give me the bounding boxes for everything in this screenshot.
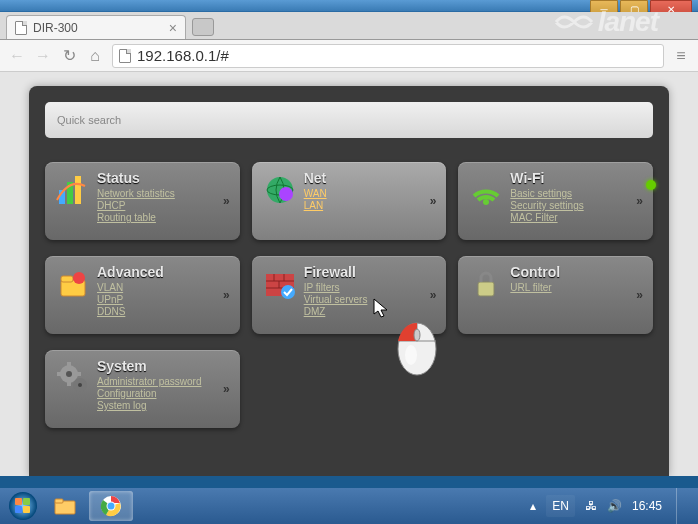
card-link[interactable]: IP filters: [304, 282, 439, 293]
router-panel: Quick search StatusNetwork statisticsDHC…: [29, 86, 669, 476]
tray-clock[interactable]: 16:45: [632, 499, 662, 513]
home-button[interactable]: ⌂: [86, 47, 104, 65]
tab-close-icon[interactable]: ×: [169, 20, 177, 36]
status-indicator: [646, 180, 656, 190]
svg-point-19: [66, 371, 72, 377]
card-net[interactable]: NetWANLAN»: [252, 162, 447, 240]
card-advanced[interactable]: AdvancedVLANUPnPDDNS»: [45, 256, 240, 334]
advanced-icon: [53, 264, 93, 304]
taskbar: ▴ EN 🖧 🔊 16:45: [0, 488, 698, 524]
svg-rect-20: [67, 362, 71, 367]
system-icon: [53, 358, 93, 398]
card-link[interactable]: DHCP: [97, 200, 232, 211]
svg-rect-33: [23, 506, 30, 513]
chevron-right-icon: »: [223, 382, 230, 396]
quick-search-input[interactable]: Quick search: [45, 102, 653, 138]
chevron-right-icon: »: [223, 194, 230, 208]
show-desktop-button[interactable]: [676, 488, 686, 524]
card-title: Status: [97, 170, 232, 186]
browser-tabbar: DIR-300 × lanet: [0, 12, 698, 40]
svg-point-39: [108, 503, 115, 510]
chevron-right-icon: »: [223, 288, 230, 302]
card-link[interactable]: WAN: [304, 188, 439, 199]
status-icon: [53, 170, 93, 210]
tray-flag-icon[interactable]: ▴: [530, 499, 536, 513]
card-wi-fi[interactable]: Wi-FiBasic settingsSecurity settingsMAC …: [458, 162, 653, 240]
svg-rect-23: [76, 372, 81, 376]
card-title: Net: [304, 170, 439, 186]
svg-point-9: [73, 272, 85, 284]
svg-rect-31: [23, 498, 30, 505]
card-link[interactable]: Security settings: [510, 200, 645, 211]
browser-toolbar: ← → ↻ ⌂ 192.168.0.1/# ≡: [0, 40, 698, 72]
url-bar[interactable]: 192.168.0.1/#: [112, 44, 664, 68]
tray-volume-icon[interactable]: 🔊: [607, 499, 622, 513]
card-link[interactable]: DMZ: [304, 306, 439, 317]
chevron-right-icon: »: [636, 288, 643, 302]
card-link[interactable]: DDNS: [97, 306, 232, 317]
page-icon: [119, 49, 131, 63]
tray-network-icon[interactable]: 🖧: [585, 499, 597, 513]
card-link[interactable]: LAN: [304, 200, 439, 211]
firewall-icon: [260, 264, 300, 304]
svg-point-5: [279, 187, 293, 201]
chevron-right-icon: »: [430, 194, 437, 208]
card-title: System: [97, 358, 232, 374]
card-link[interactable]: Routing table: [97, 212, 232, 223]
new-tab-button[interactable]: [192, 18, 214, 36]
chevron-right-icon: »: [430, 288, 437, 302]
svg-rect-17: [478, 282, 494, 296]
card-title: Firewall: [304, 264, 439, 280]
tray-language[interactable]: EN: [546, 495, 575, 517]
svg-rect-22: [57, 372, 62, 376]
svg-rect-2: [75, 176, 81, 204]
card-title: Wi-Fi: [510, 170, 645, 186]
card-status[interactable]: StatusNetwork statisticsDHCPRouting tabl…: [45, 162, 240, 240]
svg-rect-32: [15, 506, 22, 513]
card-link[interactable]: UPnP: [97, 294, 232, 305]
card-link[interactable]: Administrator password: [97, 376, 232, 387]
control-icon: [466, 264, 506, 304]
url-text: 192.168.0.1/#: [137, 47, 657, 64]
tab-title: DIR-300: [33, 21, 78, 35]
card-link[interactable]: Network statistics: [97, 188, 232, 199]
svg-rect-21: [67, 381, 71, 386]
reload-button[interactable]: ↻: [60, 46, 78, 65]
card-title: Control: [510, 264, 645, 280]
card-link[interactable]: URL filter: [510, 282, 645, 293]
card-control[interactable]: ControlURL filter»: [458, 256, 653, 334]
svg-point-6: [483, 199, 489, 205]
card-link[interactable]: Configuration: [97, 388, 232, 399]
card-link[interactable]: Virtual servers: [304, 294, 439, 305]
card-link[interactable]: System log: [97, 400, 232, 411]
card-firewall[interactable]: FirewallIP filtersVirtual serversDMZ»: [252, 256, 447, 334]
card-system[interactable]: SystemAdministrator passwordConfiguratio…: [45, 350, 240, 428]
svg-point-25: [78, 383, 82, 387]
page-viewport: Quick search StatusNetwork statisticsDHC…: [0, 72, 698, 476]
card-link[interactable]: Basic settings: [510, 188, 645, 199]
browser-tab[interactable]: DIR-300 ×: [6, 15, 186, 39]
wi-fi-icon: [466, 170, 506, 210]
taskbar-chrome[interactable]: [89, 491, 133, 521]
taskbar-explorer[interactable]: [43, 491, 87, 521]
svg-rect-30: [15, 498, 22, 505]
net-icon: [260, 170, 300, 210]
svg-rect-8: [61, 276, 73, 282]
svg-rect-35: [55, 499, 63, 503]
system-tray: ▴ EN 🖧 🔊 16:45: [530, 488, 694, 524]
svg-point-16: [281, 285, 295, 299]
start-button[interactable]: [4, 487, 42, 524]
menu-button[interactable]: ≡: [672, 47, 690, 65]
watermark-logo: lanet: [554, 6, 658, 38]
page-icon: [15, 21, 27, 35]
card-title: Advanced: [97, 264, 232, 280]
back-button[interactable]: ←: [8, 47, 26, 65]
card-link[interactable]: MAC Filter: [510, 212, 645, 223]
chevron-right-icon: »: [636, 194, 643, 208]
svg-point-29: [9, 492, 37, 520]
card-link[interactable]: VLAN: [97, 282, 232, 293]
forward-button[interactable]: →: [34, 47, 52, 65]
